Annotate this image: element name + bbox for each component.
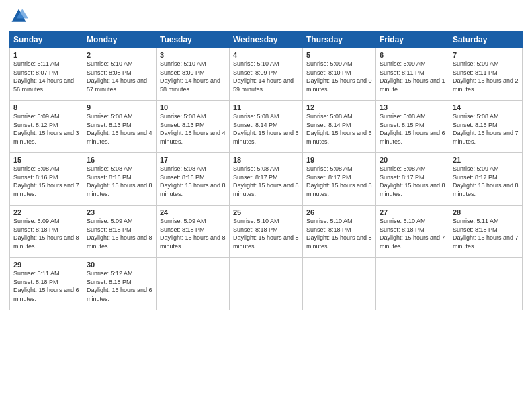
daylight-label: Daylight: 15 hours and 8 minutes. — [453, 182, 519, 197]
day-header-sunday: Sunday — [10, 32, 83, 48]
day-info: Sunrise: 5:08 AM Sunset: 8:17 PM Dayligh… — [233, 165, 299, 198]
sunrise-label: Sunrise: 5:09 AM — [380, 60, 426, 67]
calendar-cell — [230, 258, 303, 310]
day-info: Sunrise: 5:09 AM Sunset: 8:17 PM Dayligh… — [453, 165, 519, 198]
calendar-cell: 28 Sunrise: 5:11 AM Sunset: 8:18 PM Dayl… — [449, 205, 523, 258]
daylight-label: Daylight: 15 hours and 1 minute. — [380, 77, 445, 93]
day-number: 11 — [233, 103, 299, 111]
daylight-label: Daylight: 15 hours and 5 minutes. — [233, 130, 299, 145]
calendar-cell: 26 Sunrise: 5:10 AM Sunset: 8:18 PM Dayl… — [303, 205, 376, 258]
sunset-label: Sunset: 8:18 PM — [13, 226, 58, 233]
daylight-label: Daylight: 15 hours and 8 minutes. — [380, 182, 445, 197]
calendar-cell: 30 Sunrise: 5:12 AM Sunset: 8:18 PM Dayl… — [83, 258, 157, 310]
daylight-label: Daylight: 15 hours and 7 minutes. — [13, 182, 79, 197]
sunrise-label: Sunrise: 5:12 AM — [87, 270, 133, 277]
logo-icon — [9, 7, 28, 26]
sunset-label: Sunset: 8:16 PM — [13, 174, 58, 181]
day-number: 1 — [13, 51, 79, 59]
calendar-cell: 16 Sunrise: 5:08 AM Sunset: 8:16 PM Dayl… — [83, 153, 157, 205]
sunset-label: Sunset: 8:17 PM — [306, 174, 351, 181]
sunrise-label: Sunrise: 5:09 AM — [160, 218, 206, 224]
daylight-label: Daylight: 15 hours and 8 minutes. — [13, 234, 79, 250]
day-info: Sunrise: 5:11 AM Sunset: 8:18 PM Dayligh… — [453, 217, 519, 250]
day-number: 28 — [453, 208, 519, 216]
sunrise-label: Sunrise: 5:10 AM — [380, 218, 426, 224]
day-number: 7 — [453, 51, 519, 59]
sunrise-label: Sunrise: 5:10 AM — [87, 60, 133, 67]
sunset-label: Sunset: 8:17 PM — [233, 174, 278, 181]
day-info: Sunrise: 5:08 AM Sunset: 8:14 PM Dayligh… — [306, 112, 372, 146]
day-number: 26 — [306, 208, 372, 216]
calendar-cell: 27 Sunrise: 5:10 AM Sunset: 8:18 PM Dayl… — [376, 205, 449, 258]
sunrise-label: Sunrise: 5:10 AM — [160, 60, 206, 67]
daylight-label: Daylight: 14 hours and 56 minutes. — [13, 77, 74, 93]
calendar-cell: 9 Sunrise: 5:08 AM Sunset: 8:13 PM Dayli… — [83, 101, 157, 153]
calendar-cell: 22 Sunrise: 5:09 AM Sunset: 8:18 PM Dayl… — [10, 205, 83, 258]
calendar-cell: 4 Sunrise: 5:10 AM Sunset: 8:09 PM Dayli… — [230, 48, 303, 101]
day-info: Sunrise: 5:08 AM Sunset: 8:13 PM Dayligh… — [87, 112, 152, 146]
sunrise-label: Sunrise: 5:08 AM — [87, 165, 133, 172]
day-number: 30 — [87, 261, 152, 269]
day-info: Sunrise: 5:08 AM Sunset: 8:14 PM Dayligh… — [233, 112, 299, 146]
day-info: Sunrise: 5:08 AM Sunset: 8:17 PM Dayligh… — [380, 165, 445, 198]
sunrise-label: Sunrise: 5:09 AM — [13, 218, 60, 224]
day-info: Sunrise: 5:09 AM Sunset: 8:11 PM Dayligh… — [453, 60, 519, 93]
day-info: Sunrise: 5:09 AM Sunset: 8:10 PM Dayligh… — [306, 60, 372, 93]
daylight-label: Daylight: 14 hours and 59 minutes. — [233, 77, 294, 93]
calendar-cell: 14 Sunrise: 5:08 AM Sunset: 8:15 PM Dayl… — [449, 101, 523, 153]
calendar-cell: 10 Sunrise: 5:08 AM Sunset: 8:13 PM Dayl… — [157, 101, 230, 153]
sunset-label: Sunset: 8:18 PM — [306, 226, 351, 233]
day-info: Sunrise: 5:10 AM Sunset: 8:18 PM Dayligh… — [306, 217, 372, 250]
daylight-label: Daylight: 15 hours and 8 minutes. — [160, 182, 226, 197]
daylight-label: Daylight: 15 hours and 8 minutes. — [87, 182, 152, 197]
day-info: Sunrise: 5:08 AM Sunset: 8:16 PM Dayligh… — [13, 165, 79, 198]
day-info: Sunrise: 5:08 AM Sunset: 8:16 PM Dayligh… — [87, 165, 152, 198]
calendar-cell — [157, 258, 230, 310]
day-number: 3 — [160, 51, 226, 59]
daylight-label: Daylight: 15 hours and 7 minutes. — [380, 234, 445, 250]
calendar-cell: 21 Sunrise: 5:09 AM Sunset: 8:17 PM Dayl… — [449, 153, 523, 205]
sunset-label: Sunset: 8:18 PM — [87, 226, 132, 233]
sunset-label: Sunset: 8:18 PM — [233, 226, 278, 233]
day-number: 24 — [160, 208, 226, 216]
sunrise-label: Sunrise: 5:08 AM — [306, 165, 353, 172]
day-info: Sunrise: 5:10 AM Sunset: 8:08 PM Dayligh… — [87, 60, 152, 93]
calendar-week-5: 29 Sunrise: 5:11 AM Sunset: 8:18 PM Dayl… — [10, 258, 523, 310]
daylight-label: Daylight: 15 hours and 3 minutes. — [13, 130, 79, 145]
calendar-cell: 8 Sunrise: 5:09 AM Sunset: 8:12 PM Dayli… — [10, 101, 83, 153]
sunrise-label: Sunrise: 5:11 AM — [13, 270, 60, 277]
day-number: 13 — [380, 103, 445, 111]
sunset-label: Sunset: 8:11 PM — [380, 69, 425, 76]
calendar-week-4: 22 Sunrise: 5:09 AM Sunset: 8:18 PM Dayl… — [10, 205, 523, 258]
day-number: 18 — [233, 156, 299, 164]
calendar-cell: 17 Sunrise: 5:08 AM Sunset: 8:16 PM Dayl… — [157, 153, 230, 205]
day-info: Sunrise: 5:10 AM Sunset: 8:09 PM Dayligh… — [160, 60, 226, 93]
calendar-cell: 12 Sunrise: 5:08 AM Sunset: 8:14 PM Dayl… — [303, 101, 376, 153]
daylight-label: Daylight: 15 hours and 8 minutes. — [306, 234, 372, 250]
day-info: Sunrise: 5:09 AM Sunset: 8:18 PM Dayligh… — [87, 217, 152, 250]
sunrise-label: Sunrise: 5:08 AM — [233, 165, 279, 172]
calendar-cell: 15 Sunrise: 5:08 AM Sunset: 8:16 PM Dayl… — [10, 153, 83, 205]
sunrise-label: Sunrise: 5:10 AM — [233, 218, 279, 224]
day-header-tuesday: Tuesday — [157, 32, 230, 48]
day-info: Sunrise: 5:10 AM Sunset: 8:09 PM Dayligh… — [233, 60, 299, 93]
sunset-label: Sunset: 8:13 PM — [160, 122, 205, 128]
sunrise-label: Sunrise: 5:10 AM — [306, 218, 353, 224]
calendar-header-row: SundayMondayTuesdayWednesdayThursdayFrid… — [10, 32, 523, 48]
day-number: 25 — [233, 208, 299, 216]
day-info: Sunrise: 5:09 AM Sunset: 8:18 PM Dayligh… — [13, 217, 79, 250]
sunrise-label: Sunrise: 5:08 AM — [160, 113, 206, 120]
daylight-label: Daylight: 15 hours and 8 minutes. — [87, 234, 152, 250]
sunset-label: Sunset: 8:14 PM — [233, 122, 278, 128]
sunset-label: Sunset: 8:17 PM — [453, 174, 498, 181]
day-number: 8 — [13, 103, 79, 111]
calendar-cell: 7 Sunrise: 5:09 AM Sunset: 8:11 PM Dayli… — [449, 48, 523, 101]
calendar-cell: 3 Sunrise: 5:10 AM Sunset: 8:09 PM Dayli… — [157, 48, 230, 101]
day-header-thursday: Thursday — [303, 32, 376, 48]
sunset-label: Sunset: 8:16 PM — [160, 174, 205, 181]
day-number: 10 — [160, 103, 226, 111]
sunset-label: Sunset: 8:18 PM — [380, 226, 425, 233]
calendar-cell: 11 Sunrise: 5:08 AM Sunset: 8:14 PM Dayl… — [230, 101, 303, 153]
calendar-cell: 5 Sunrise: 5:09 AM Sunset: 8:10 PM Dayli… — [303, 48, 376, 101]
daylight-label: Daylight: 15 hours and 7 minutes. — [453, 234, 519, 250]
